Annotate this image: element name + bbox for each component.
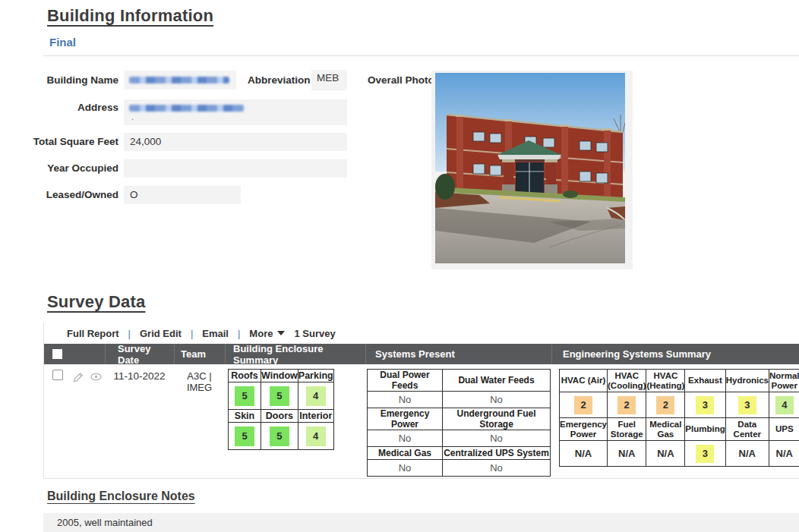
engineering-header: Data Center [725,418,769,441]
system-value: No [443,430,551,447]
overall-photos-label: Overall Photos [368,74,440,86]
engineering-score-cell: N/A [608,441,646,467]
email-button[interactable]: Email [202,328,229,339]
engineering-score-cell: 3 [685,392,725,418]
view-eye-icon[interactable] [90,370,103,383]
enclosure-score-cell: 5 [229,382,261,410]
address-line2: . [131,113,347,121]
engineering-score-cell: N/A [769,441,799,467]
system-header: Medical Gas [368,447,443,460]
score-badge: 3 [696,396,714,414]
enclosure-header: Roofs [229,370,261,382]
score-badge: N/A [738,445,756,463]
select-all-checkbox[interactable] [52,349,62,359]
toolbar-separator: | [128,328,131,339]
score-badge: 5 [270,427,289,446]
score-badge: N/A [775,445,794,463]
engineering-score-cell: N/A [725,441,769,467]
score-badge: 4 [306,427,326,446]
enclosure-header: Skin [229,410,261,423]
enclosure-header: Parking [298,370,333,382]
enclosure-score-cell: 5 [229,423,261,450]
engineering-header: HVAC (Cooling) [608,370,646,392]
enclosure-summary-table: Roofs Window Parking 5 5 4 Skin Doors In… [228,369,334,450]
total-square-feet-label: Total Square Feet [15,136,118,147]
engineering-header: Exhaust [685,370,725,392]
column-header-enclosure: Building Enclosure Summary [225,344,365,364]
system-value: No [443,460,551,477]
status-label: Final [43,36,76,49]
more-menu-button[interactable]: More [249,328,285,339]
abbreviation-label: Abbreviation [248,74,308,86]
building-photo[interactable] [435,73,625,263]
score-badge: 4 [775,396,794,414]
enclosure-score-cell: 4 [298,382,333,410]
score-badge: 3 [696,445,714,463]
leased-owned-value: O [130,189,138,200]
system-header: Dual Water Feeds [443,370,551,392]
survey-toolbar: Full Report | Grid Edit | Email | More 1… [44,323,799,344]
score-badge: 5 [235,386,254,406]
enclosure-score-cell: 5 [261,382,298,410]
year-occupied-field [124,159,347,178]
column-header-team: Team [174,344,225,364]
table-row: 11-10-2022 A3C | IMEG Roofs Window Parki… [44,364,799,479]
survey-data-heading[interactable]: Survey Data [47,292,145,312]
score-badge: 2 [617,396,636,414]
enclosure-header: Window [261,370,298,382]
score-badge: 2 [656,396,674,414]
building-information-heading[interactable]: Building Information [47,6,213,26]
score-badge: N/A [617,445,636,463]
redacted-address [129,105,245,112]
redacted-building-name [129,77,229,83]
caret-down-icon [277,331,285,335]
toolbar-separator: | [191,328,193,339]
leased-owned-label: Leased/Owned [15,189,118,200]
building-name-label: Building Name [15,74,118,86]
edit-pencil-icon[interactable] [72,370,85,383]
select-all-cell [44,344,105,364]
engineering-summary-table: HVAC (Air) HVAC (Cooling) HVAC (Heating)… [559,369,799,467]
column-header-systems: Systems Present [365,344,551,364]
column-header-engineering: Engineering Systems Summary [551,344,799,364]
toolbar-separator: | [238,328,240,339]
score-badge: 4 [306,386,326,406]
score-badge: 2 [574,396,592,414]
total-square-feet-value: 24,000 [130,136,161,147]
system-header: Centralized UPS System [443,447,551,460]
engineering-header: HVAC (Heating) [646,370,685,392]
score-badge: 3 [738,396,756,414]
engineering-score-cell: 3 [725,392,769,418]
building-enclosure-notes-heading[interactable]: Building Enclosure Notes [47,490,195,503]
score-badge: N/A [656,445,674,463]
abbreviation-field: MEB [311,70,347,90]
survey-table: Full Report | Grid Edit | Email | More 1… [43,323,799,479]
enclosure-score-cell: 4 [298,423,333,450]
engineering-score-cell: N/A [560,441,608,467]
enclosure-header: Doors [261,410,298,423]
system-value: No [443,392,551,408]
engineering-header: Emergency Power [560,418,608,441]
engineering-header: HVAC (Air) [560,370,608,392]
system-value: No [368,392,443,408]
full-report-button[interactable]: Full Report [67,328,119,339]
system-value: No [368,430,443,447]
grid-edit-button[interactable]: Grid Edit [140,328,182,339]
row-checkbox[interactable] [52,370,63,380]
more-label: More [249,328,273,339]
enclosure-header: Interior [298,410,333,423]
score-badge: 5 [235,427,254,446]
system-header: Underground Fuel Storage [443,408,551,430]
building-name-field [124,71,236,90]
overall-photos-container [431,71,633,269]
engineering-header: UPS [769,418,799,441]
systems-present-table: Dual Power Feeds Dual Water Feeds No No … [367,369,551,477]
engineering-header: Plumbing [685,418,725,441]
engineering-score-cell: 4 [769,392,799,418]
enclosure-notes-field: 2005, well maintained [43,513,799,532]
score-badge: 5 [270,386,289,406]
year-occupied-label: Year Occupied [15,162,118,174]
engineering-header: Hydronics [725,370,769,392]
system-value: No [368,460,443,477]
engineering-score-cell: 2 [608,392,646,418]
